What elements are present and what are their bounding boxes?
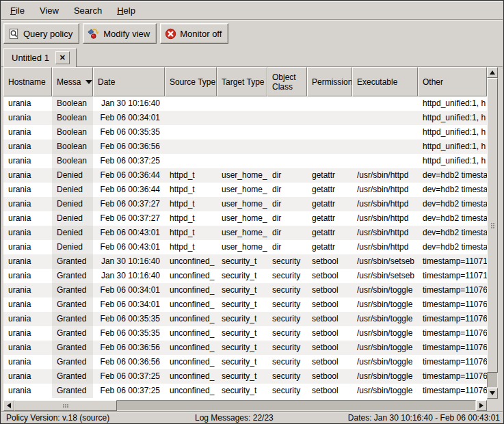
menubar-separator — [1, 19, 503, 21]
table-cell: /usr/sbin/toggle — [352, 326, 418, 341]
table-cell: httpd_t — [165, 226, 217, 240]
table-cell — [352, 125, 418, 140]
table-row[interactable]: uraniaBooleanFeb 06 00:37:25httpd_unifie… — [3, 154, 487, 168]
table-cell: /usr/sbin/toggle — [352, 312, 418, 326]
table-row[interactable]: uraniaDeniedFeb 06 00:36:44httpd_tuser_h… — [3, 168, 487, 183]
tab-strip: Untitled 1 ✕ — [1, 46, 503, 67]
table-cell: getattr — [307, 183, 352, 197]
table-row[interactable]: uraniaGrantedFeb 06 00:34:01unconfined_s… — [3, 283, 487, 297]
column-header-executable[interactable]: Executable — [352, 67, 418, 96]
log-messages-status: Log Messages: 22/23 — [195, 413, 274, 423]
table-row[interactable]: uraniaBooleanFeb 06 00:35:35httpd_unifie… — [3, 125, 487, 140]
vertical-scroll-thumb[interactable] — [487, 78, 498, 373]
table-cell: getattr — [307, 168, 352, 183]
column-header-hostname[interactable]: Hostname — [3, 67, 52, 96]
table-cell: urania — [3, 312, 52, 326]
table-cell: /usr/sbin/httpd — [352, 211, 418, 226]
table-cell: getattr — [307, 197, 352, 211]
table-row[interactable]: uraniaGrantedFeb 06 00:35:35unconfined_s… — [3, 312, 487, 326]
table-cell: Boolean — [52, 96, 93, 111]
table-cell: Feb 06 00:43:01 — [93, 226, 165, 240]
table-cell — [352, 96, 418, 111]
table-cell: Feb 06 00:43:01 — [93, 240, 165, 254]
table-cell: dir — [267, 183, 307, 197]
horizontal-scroll-thumb[interactable] — [14, 400, 117, 411]
tab-close-button[interactable]: ✕ — [55, 51, 70, 64]
table-cell: Denied — [52, 197, 93, 211]
log-table: Hostname Messa Date Source Type Target T… — [3, 67, 498, 412]
table-cell: Granted — [52, 269, 93, 283]
scroll-left-button[interactable] — [3, 400, 14, 411]
table-row[interactable]: uraniaGrantedJan 30 10:16:40unconfined_s… — [3, 254, 487, 269]
menu-search[interactable]: Search — [66, 3, 109, 18]
table-row[interactable]: uraniaBooleanFeb 06 00:34:01httpd_unifie… — [3, 111, 487, 125]
menu-file[interactable]: File — [3, 3, 32, 18]
table-row[interactable]: uraniaDeniedFeb 06 00:43:01httpd_tuser_h… — [3, 240, 487, 254]
vertical-scrollbar[interactable] — [487, 67, 498, 399]
column-header-other[interactable]: Other — [418, 67, 487, 96]
table-cell: Feb 06 00:34:01 — [93, 297, 165, 312]
table-cell: Feb 06 00:37:25 — [93, 154, 165, 168]
table-row[interactable]: uraniaBooleanJan 30 10:16:40httpd_unifie… — [3, 96, 487, 111]
table-cell: security_t — [217, 355, 267, 369]
table-row[interactable]: uraniaGrantedFeb 06 00:35:35unconfined_s… — [3, 326, 487, 341]
table-row[interactable]: uraniaGrantedFeb 06 00:36:56unconfined_s… — [3, 355, 487, 369]
scroll-up-button[interactable] — [487, 67, 498, 78]
horizontal-scrollbar[interactable] — [3, 400, 487, 411]
table-cell: urania — [3, 140, 52, 154]
scroll-right-button[interactable] — [476, 400, 487, 411]
table-cell: security_t — [217, 283, 267, 297]
table-cell — [267, 154, 307, 168]
column-header-date[interactable]: Date — [93, 67, 165, 96]
menu-bar: File View Search Help — [1, 1, 503, 19]
table-row[interactable]: uraniaDeniedFeb 06 00:36:44httpd_tuser_h… — [3, 183, 487, 197]
table-cell: timestamp=11076 — [418, 341, 487, 355]
menu-view[interactable]: View — [32, 3, 66, 18]
table-cell: Feb 06 00:36:56 — [93, 355, 165, 369]
query-policy-button[interactable]: Query policy — [3, 23, 79, 44]
table-cell: Boolean — [52, 125, 93, 140]
table-row[interactable]: uraniaDeniedFeb 06 00:37:27httpd_tuser_h… — [3, 197, 487, 211]
status-bar: Policy Version: v.18 (source) Log Messag… — [1, 411, 503, 423]
table-cell: urania — [3, 297, 52, 312]
table-cell: Feb 06 00:36:44 — [93, 168, 165, 183]
table-cell: urania — [3, 125, 52, 140]
arrow-right-icon — [479, 403, 483, 408]
table-cell: Feb 06 00:34:01 — [93, 283, 165, 297]
table-cell: timestamp=11076 — [418, 326, 487, 341]
column-header-permission[interactable]: Permission — [307, 67, 352, 96]
table-cell: dev=hdb2 timesta — [418, 183, 487, 197]
table-cell: user_home_ — [217, 197, 267, 211]
table-cell: security_t — [217, 312, 267, 326]
scroll-down-button[interactable] — [487, 388, 498, 399]
table-cell: setbool — [307, 297, 352, 312]
tab-untitled-1[interactable]: Untitled 1 ✕ — [3, 48, 77, 68]
table-cell: security — [267, 297, 307, 312]
menu-help[interactable]: Help — [109, 3, 143, 18]
table-row[interactable]: uraniaDeniedFeb 06 00:43:01httpd_tuser_h… — [3, 226, 487, 240]
table-row[interactable]: uraniaGrantedJan 30 10:16:40unconfined_s… — [3, 269, 487, 283]
table-row[interactable]: uraniaDeniedFeb 06 00:37:27httpd_tuser_h… — [3, 211, 487, 226]
table-cell: security — [267, 326, 307, 341]
table-row[interactable]: uraniaBooleanFeb 06 00:36:56httpd_unifie… — [3, 140, 487, 154]
column-header-message[interactable]: Messa — [52, 67, 93, 96]
table-cell: dev=hdb2 timesta — [418, 168, 487, 183]
table-row[interactable]: uraniaGrantedFeb 06 00:34:01unconfined_s… — [3, 297, 487, 312]
table-cell — [165, 96, 217, 111]
table-row[interactable]: uraniaGrantedFeb 06 00:37:25unconfined_s… — [3, 369, 487, 384]
table-row[interactable]: uraniaGrantedFeb 06 00:36:56unconfined_s… — [3, 341, 487, 355]
monitor-off-button[interactable]: Monitor off — [160, 23, 228, 44]
table-row[interactable]: uraniaGrantedFeb 06 00:37:25unconfined_s… — [3, 384, 487, 398]
table-cell: dir — [267, 168, 307, 183]
column-header-target-type[interactable]: Target Type — [217, 67, 267, 96]
monitor-off-icon — [165, 28, 176, 40]
sort-desc-icon — [85, 80, 92, 84]
table-cell — [267, 96, 307, 111]
table-cell: urania — [3, 111, 52, 125]
table-cell: Granted — [52, 297, 93, 312]
policy-version-status: Policy Version: v.18 (source) — [6, 413, 109, 423]
table-cell: timestamp=11076 — [418, 312, 487, 326]
column-header-object-class[interactable]: Object Class — [267, 67, 307, 96]
modify-view-button[interactable]: Modify view — [83, 23, 157, 44]
column-header-source-type[interactable]: Source Type — [165, 67, 217, 96]
